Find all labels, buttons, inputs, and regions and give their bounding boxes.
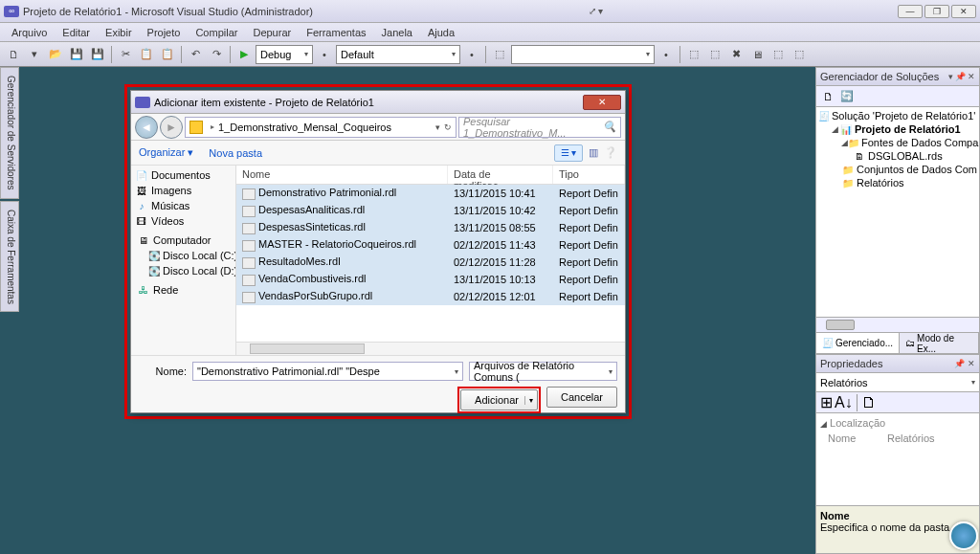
dsglobal-file[interactable]: DSGLOBAL.rds: [868, 150, 943, 162]
back-button[interactable]: ◄: [135, 116, 158, 139]
platform-combo[interactable]: Default▾: [336, 45, 460, 64]
prop-pages-icon[interactable]: 🗋: [861, 394, 877, 411]
alpha-icon[interactable]: A↓: [835, 394, 853, 411]
teamviewer-bubble-icon[interactable]: [949, 521, 978, 550]
add-button[interactable]: Adicionar▾: [460, 389, 538, 410]
menu-exibir[interactable]: Exibir: [98, 25, 140, 40]
solution-btn-icon[interactable]: 🔄: [839, 89, 855, 104]
solution-tree[interactable]: 🧾Solução 'Projeto de Relatório1' (1 ◢📊Pr…: [815, 107, 980, 318]
organize-button[interactable]: Organizar ▾: [139, 146, 193, 159]
toolbar-misc-icon[interactable]: 🖥: [747, 45, 767, 64]
search-input[interactable]: Pesquisar 1_Demonstrativo_M... 🔍: [458, 117, 621, 138]
view-mode-button[interactable]: ☰ ▾: [554, 144, 583, 162]
toolbar-misc-icon[interactable]: ⬚: [790, 45, 809, 64]
undo-icon[interactable]: ↶: [186, 45, 205, 64]
nav-documents[interactable]: Documentos: [151, 169, 211, 181]
file-row[interactable]: Demonstrativo Patrimonial.rdl13/11/2015 …: [236, 185, 625, 202]
paste-icon[interactable]: 📋: [158, 45, 177, 64]
nav-music[interactable]: Músicas: [151, 200, 189, 211]
breadcrumb-bar[interactable]: ▸ 1_Demonstrativo_Mensal_Coqueiros ▾ ↻: [185, 117, 457, 138]
toolbar-misc-icon[interactable]: ⬚: [705, 45, 724, 64]
properties-grid[interactable]: ◢ Localização NomeRelatórios: [815, 413, 980, 506]
menu-janela[interactable]: Janela: [374, 25, 420, 40]
nav-videos[interactable]: Vídeos: [151, 215, 184, 227]
shared-datasets[interactable]: Conjuntos de Dados Com: [857, 164, 977, 175]
file-scrollbar[interactable]: [236, 342, 625, 355]
copy-icon[interactable]: 📋: [137, 45, 156, 64]
solution-explorer-header: Gerenciador de Soluções ▾📌✕: [815, 67, 980, 86]
nav-disk-d[interactable]: Disco Local (D:): [163, 265, 236, 277]
nav-disk-c[interactable]: Disco Local (C:): [163, 250, 236, 261]
search-icon[interactable]: 🔍: [603, 121, 616, 133]
properties-object-combo[interactable]: Relatórios▾: [815, 373, 980, 392]
cancel-button[interactable]: Cancelar: [546, 387, 617, 408]
play-icon[interactable]: ▶: [234, 45, 254, 64]
minimize-button[interactable]: —: [898, 5, 923, 18]
menu-depurar[interactable]: Depurar: [245, 25, 299, 40]
menu-ajuda[interactable]: Ajuda: [420, 25, 462, 40]
project-node[interactable]: Projeto de Relatório1: [855, 123, 961, 135]
preview-pane-icon[interactable]: ▥: [589, 146, 598, 159]
properties-header: Propriedades 📌 ✕: [815, 354, 980, 373]
file-row[interactable]: MASTER - RelatorioCoqueiros.rdl02/12/201…: [236, 236, 625, 254]
save-icon[interactable]: 💾: [67, 45, 86, 64]
nav-network[interactable]: Rede: [153, 284, 178, 296]
help-icon[interactable]: ❔: [604, 146, 617, 159]
menu-arquivo[interactable]: Arquivo: [4, 25, 55, 40]
file-list[interactable]: Nome Data de modificaç... Tipo Demonstra…: [236, 166, 625, 355]
open-icon[interactable]: 📂: [46, 45, 65, 64]
menu-ferramentas[interactable]: Ferramentas: [299, 25, 373, 40]
menu-compilar[interactable]: Compilar: [188, 25, 245, 40]
nav-computer[interactable]: Computador: [153, 234, 212, 246]
maximize-button[interactable]: ❐: [924, 5, 949, 18]
tree-scrollbar[interactable]: [815, 318, 980, 333]
forward-button[interactable]: ►: [160, 116, 183, 139]
config-combo[interactable]: Debug▾: [256, 45, 313, 64]
col-type[interactable]: Tipo: [553, 166, 625, 184]
dropdown-icon[interactable]: ▾: [948, 72, 953, 81]
navigation-tree[interactable]: 📄Documentos 🖼Imagens ♪Músicas 🎞Vídeos 🖥C…: [131, 166, 236, 355]
toolbox-tab[interactable]: Caixa de Ferramentas: [0, 201, 19, 313]
server-explorer-tab[interactable]: Gerenciador de Servidores: [0, 67, 19, 199]
cut-icon[interactable]: ✂: [116, 45, 135, 64]
file-row[interactable]: VendasPorSubGrupo.rdl02/12/2015 12:01Rep…: [236, 288, 625, 305]
tab-solution-explorer[interactable]: 🧾Gerenciado...: [816, 333, 900, 353]
expand-icon[interactable]: ⤢ ▾: [589, 6, 604, 16]
file-row[interactable]: DespesasAnaliticas.rdl13/11/2015 10:42Re…: [236, 202, 625, 219]
close-button[interactable]: ✕: [951, 5, 976, 18]
file-row[interactable]: ResultadoMes.rdl02/12/2015 11:28Report D…: [236, 254, 625, 271]
pin-icon[interactable]: 📌: [955, 72, 966, 81]
chevron-down-icon[interactable]: ▾: [435, 122, 440, 132]
menu-editar[interactable]: Editar: [55, 25, 98, 40]
toolbar-icon[interactable]: ⬚: [490, 45, 509, 64]
categorized-icon[interactable]: ⊞: [820, 393, 833, 411]
find-combo[interactable]: ▾: [511, 45, 655, 64]
toolbar-misc-icon[interactable]: ⬚: [768, 45, 788, 64]
menu-projeto[interactable]: Projeto: [140, 25, 189, 40]
new-dropdown-icon[interactable]: ▾: [25, 45, 44, 64]
refresh-icon[interactable]: ↻: [444, 122, 452, 132]
save-all-icon[interactable]: 💾: [88, 45, 107, 64]
redo-icon[interactable]: ↷: [207, 45, 226, 64]
col-name[interactable]: Nome: [236, 166, 448, 184]
toolbar-misc-icon[interactable]: ⬚: [684, 45, 703, 64]
new-project-icon[interactable]: 🗋: [4, 45, 23, 64]
file-row[interactable]: VendaCombustiveis.rdl13/11/2015 10:13Rep…: [236, 271, 625, 288]
close-icon[interactable]: ✕: [968, 359, 975, 368]
file-type-filter[interactable]: Arquivos de Relatório Comuns (▾: [469, 362, 617, 381]
dialog-footer: Nome: "Demonstrativo Patrimonial.rdl" "D…: [131, 355, 625, 412]
shared-datasources[interactable]: Fontes de Dados Compar: [861, 137, 980, 148]
col-date[interactable]: Data de modificaç...: [448, 166, 553, 184]
tab-class-view[interactable]: 🗂Modo de Ex...: [900, 333, 979, 353]
nav-images[interactable]: Imagens: [151, 185, 191, 196]
new-folder-button[interactable]: Nova pasta: [209, 147, 262, 159]
solution-btn-icon[interactable]: 🗋: [820, 89, 835, 104]
filename-input[interactable]: "Demonstrativo Patrimonial.rdl" "Despe▾: [192, 362, 463, 381]
close-icon[interactable]: ✕: [968, 72, 975, 81]
file-row[interactable]: DespesasSinteticas.rdl13/11/2015 08:55Re…: [236, 219, 625, 236]
pin-icon[interactable]: 📌: [954, 359, 965, 368]
solution-root[interactable]: Solução 'Projeto de Relatório1' (1: [832, 110, 980, 122]
dialog-close-button[interactable]: ✕: [583, 95, 621, 110]
reports-folder[interactable]: Relatórios: [857, 177, 904, 188]
toolbar-misc-icon[interactable]: ✖: [726, 45, 746, 64]
